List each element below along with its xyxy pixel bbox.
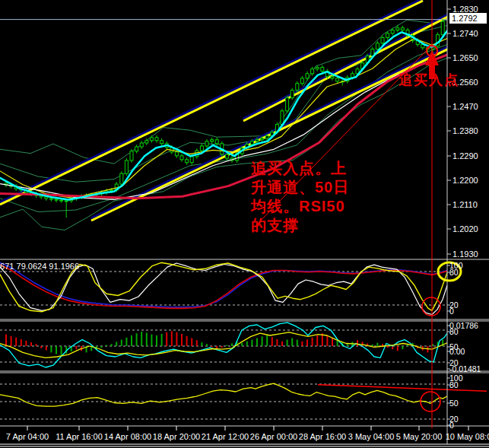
time-axis[interactable] xyxy=(0,427,489,446)
current-price-badge: 1.2792 xyxy=(449,13,487,24)
main-chart-pane[interactable] xyxy=(0,0,447,259)
macd-pane[interactable] xyxy=(0,322,447,371)
chart-canvas[interactable]: 1.28301.27401.26501.25601.24701.23801.22… xyxy=(0,0,489,448)
trading-chart-window: 1.28301.27401.26501.25601.24701.23801.22… xyxy=(0,0,489,448)
indicator-values-text: 7671 79.0624 91.1966 xyxy=(0,262,79,271)
annotation-entry-label: 追买入点 xyxy=(399,71,459,90)
price-axis[interactable] xyxy=(447,0,489,426)
rsi-pane[interactable] xyxy=(0,373,447,426)
annotation-main-note: 追买入点。上 升通道、50日 均线。RSI50 的支撑 xyxy=(251,159,349,235)
